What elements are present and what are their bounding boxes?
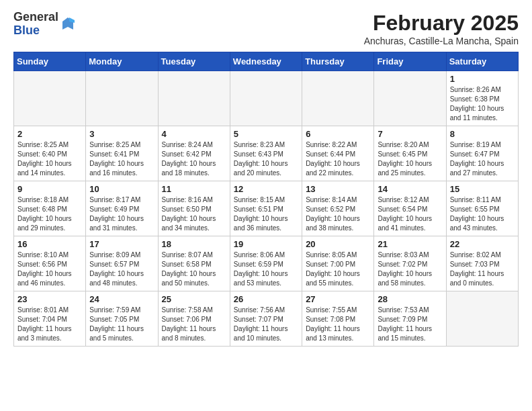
logo-general-text: General: [13, 11, 58, 24]
calendar-week-row: 9Sunrise: 8:18 AM Sunset: 6:48 PM Daylig…: [14, 181, 519, 236]
day-number: 18: [162, 239, 226, 249]
day-info: Sunrise: 8:25 AM Sunset: 6:41 PM Dayligh…: [89, 140, 154, 178]
day-info: Sunrise: 8:12 AM Sunset: 6:54 PM Dayligh…: [378, 195, 442, 233]
day-number: 1: [450, 74, 515, 84]
day-number: 23: [17, 294, 82, 304]
calendar-week-row: 16Sunrise: 8:10 AM Sunset: 6:56 PM Dayli…: [14, 236, 519, 291]
day-number: 5: [234, 129, 298, 139]
calendar-day-cell: 26Sunrise: 7:56 AM Sunset: 7:07 PM Dayli…: [230, 291, 302, 347]
calendar-day-cell: 21Sunrise: 8:03 AM Sunset: 7:02 PM Dayli…: [374, 236, 446, 291]
calendar-day-cell: 15Sunrise: 8:11 AM Sunset: 6:55 PM Dayli…: [446, 181, 518, 236]
weekday-header-saturday: Saturday: [446, 52, 518, 71]
day-number: 16: [17, 239, 82, 249]
calendar-day-cell: [158, 71, 230, 126]
day-number: 28: [378, 294, 442, 304]
day-number: 8: [450, 129, 515, 139]
calendar-day-cell: 17Sunrise: 8:09 AM Sunset: 6:57 PM Dayli…: [86, 236, 158, 291]
calendar-day-cell: 24Sunrise: 7:59 AM Sunset: 7:05 PM Dayli…: [86, 291, 158, 347]
calendar-day-cell: 18Sunrise: 8:07 AM Sunset: 6:58 PM Dayli…: [158, 236, 230, 291]
calendar-day-cell: 20Sunrise: 8:05 AM Sunset: 7:00 PM Dayli…: [302, 236, 374, 291]
calendar-week-row: 23Sunrise: 8:01 AM Sunset: 7:04 PM Dayli…: [14, 291, 519, 347]
day-info: Sunrise: 8:11 AM Sunset: 6:55 PM Dayligh…: [450, 195, 515, 233]
title-block: February 2025 Anchuras, Castille-La Manc…: [364, 11, 519, 46]
day-info: Sunrise: 8:10 AM Sunset: 6:56 PM Dayligh…: [17, 250, 82, 288]
day-info: Sunrise: 8:24 AM Sunset: 6:42 PM Dayligh…: [162, 140, 226, 178]
calendar-day-cell: 16Sunrise: 8:10 AM Sunset: 6:56 PM Dayli…: [14, 236, 86, 291]
day-number: 19: [234, 239, 298, 249]
day-number: 2: [17, 129, 82, 139]
calendar-day-cell: 6Sunrise: 8:22 AM Sunset: 6:44 PM Daylig…: [302, 126, 374, 181]
weekday-header-tuesday: Tuesday: [158, 52, 230, 71]
calendar-day-cell: [302, 71, 374, 126]
day-info: Sunrise: 8:20 AM Sunset: 6:45 PM Dayligh…: [378, 140, 442, 178]
calendar-week-row: 2Sunrise: 8:25 AM Sunset: 6:40 PM Daylig…: [14, 126, 519, 181]
day-info: Sunrise: 8:05 AM Sunset: 7:00 PM Dayligh…: [306, 250, 370, 288]
calendar-day-cell: 10Sunrise: 8:17 AM Sunset: 6:49 PM Dayli…: [86, 181, 158, 236]
calendar-day-cell: 23Sunrise: 8:01 AM Sunset: 7:04 PM Dayli…: [14, 291, 86, 347]
weekday-header-row: SundayMondayTuesdayWednesdayThursdayFrid…: [14, 52, 519, 71]
day-number: 20: [306, 239, 370, 249]
calendar-day-cell: 12Sunrise: 8:15 AM Sunset: 6:51 PM Dayli…: [230, 181, 302, 236]
day-info: Sunrise: 7:55 AM Sunset: 7:08 PM Dayligh…: [306, 306, 370, 343]
day-number: 24: [89, 294, 154, 304]
day-info: Sunrise: 7:59 AM Sunset: 7:05 PM Dayligh…: [89, 306, 154, 343]
day-number: 25: [162, 294, 226, 304]
day-info: Sunrise: 8:15 AM Sunset: 6:51 PM Dayligh…: [234, 195, 298, 233]
weekday-header-sunday: Sunday: [14, 52, 86, 71]
day-number: 12: [234, 184, 298, 194]
day-info: Sunrise: 8:23 AM Sunset: 6:43 PM Dayligh…: [234, 140, 298, 178]
day-number: 14: [378, 184, 442, 194]
calendar-day-cell: 4Sunrise: 8:24 AM Sunset: 6:42 PM Daylig…: [158, 126, 230, 181]
weekday-header-wednesday: Wednesday: [230, 52, 302, 71]
calendar-day-cell: 22Sunrise: 8:02 AM Sunset: 7:03 PM Dayli…: [446, 236, 518, 291]
day-info: Sunrise: 8:16 AM Sunset: 6:50 PM Dayligh…: [162, 195, 226, 233]
day-info: Sunrise: 7:58 AM Sunset: 7:06 PM Dayligh…: [162, 306, 226, 343]
day-number: 9: [17, 184, 82, 194]
day-info: Sunrise: 8:01 AM Sunset: 7:04 PM Dayligh…: [17, 306, 82, 343]
calendar-day-cell: [446, 291, 518, 347]
calendar-day-cell: 5Sunrise: 8:23 AM Sunset: 6:43 PM Daylig…: [230, 126, 302, 181]
day-number: 15: [450, 184, 515, 194]
day-info: Sunrise: 7:53 AM Sunset: 7:09 PM Dayligh…: [378, 306, 442, 343]
weekday-header-monday: Monday: [86, 52, 158, 71]
calendar-day-cell: 19Sunrise: 8:06 AM Sunset: 6:59 PM Dayli…: [230, 236, 302, 291]
day-number: 4: [162, 129, 226, 139]
calendar-day-cell: 28Sunrise: 7:53 AM Sunset: 7:09 PM Dayli…: [374, 291, 446, 347]
day-info: Sunrise: 8:07 AM Sunset: 6:58 PM Dayligh…: [162, 250, 226, 288]
logo-blue-text: Blue: [13, 24, 58, 38]
day-info: Sunrise: 8:14 AM Sunset: 6:52 PM Dayligh…: [306, 195, 370, 233]
day-number: 17: [89, 239, 154, 249]
logo: General Blue: [13, 11, 76, 38]
calendar-day-cell: [86, 71, 158, 126]
day-number: 10: [89, 184, 154, 194]
calendar-day-cell: 13Sunrise: 8:14 AM Sunset: 6:52 PM Dayli…: [302, 181, 374, 236]
calendar-day-cell: 11Sunrise: 8:16 AM Sunset: 6:50 PM Dayli…: [158, 181, 230, 236]
calendar-week-row: 1Sunrise: 8:26 AM Sunset: 6:38 PM Daylig…: [14, 71, 519, 126]
calendar-day-cell: [14, 71, 86, 126]
weekday-header-thursday: Thursday: [302, 52, 374, 71]
day-info: Sunrise: 7:56 AM Sunset: 7:07 PM Dayligh…: [234, 306, 298, 343]
day-info: Sunrise: 8:06 AM Sunset: 6:59 PM Dayligh…: [234, 250, 298, 288]
calendar-day-cell: 2Sunrise: 8:25 AM Sunset: 6:40 PM Daylig…: [14, 126, 86, 181]
logo-icon: [60, 16, 76, 32]
day-info: Sunrise: 8:09 AM Sunset: 6:57 PM Dayligh…: [89, 250, 154, 288]
calendar-day-cell: 3Sunrise: 8:25 AM Sunset: 6:41 PM Daylig…: [86, 126, 158, 181]
day-number: 3: [89, 129, 154, 139]
weekday-header-friday: Friday: [374, 52, 446, 71]
calendar-day-cell: 1Sunrise: 8:26 AM Sunset: 6:38 PM Daylig…: [446, 71, 518, 126]
calendar-table: SundayMondayTuesdayWednesdayThursdayFrid…: [13, 52, 519, 347]
page-header: General Blue February 2025 Anchuras, Cas…: [13, 11, 519, 46]
calendar-day-cell: 9Sunrise: 8:18 AM Sunset: 6:48 PM Daylig…: [14, 181, 86, 236]
calendar-day-cell: 8Sunrise: 8:19 AM Sunset: 6:47 PM Daylig…: [446, 126, 518, 181]
month-year-title: February 2025: [364, 11, 519, 36]
calendar-day-cell: [374, 71, 446, 126]
day-info: Sunrise: 8:19 AM Sunset: 6:47 PM Dayligh…: [450, 140, 515, 178]
location-subtitle: Anchuras, Castille-La Mancha, Spain: [364, 36, 519, 46]
calendar-day-cell: 14Sunrise: 8:12 AM Sunset: 6:54 PM Dayli…: [374, 181, 446, 236]
day-info: Sunrise: 8:03 AM Sunset: 7:02 PM Dayligh…: [378, 250, 442, 288]
calendar-day-cell: 25Sunrise: 7:58 AM Sunset: 7:06 PM Dayli…: [158, 291, 230, 347]
calendar-day-cell: [230, 71, 302, 126]
day-number: 11: [162, 184, 226, 194]
day-info: Sunrise: 8:17 AM Sunset: 6:49 PM Dayligh…: [89, 195, 154, 233]
day-number: 13: [306, 184, 370, 194]
